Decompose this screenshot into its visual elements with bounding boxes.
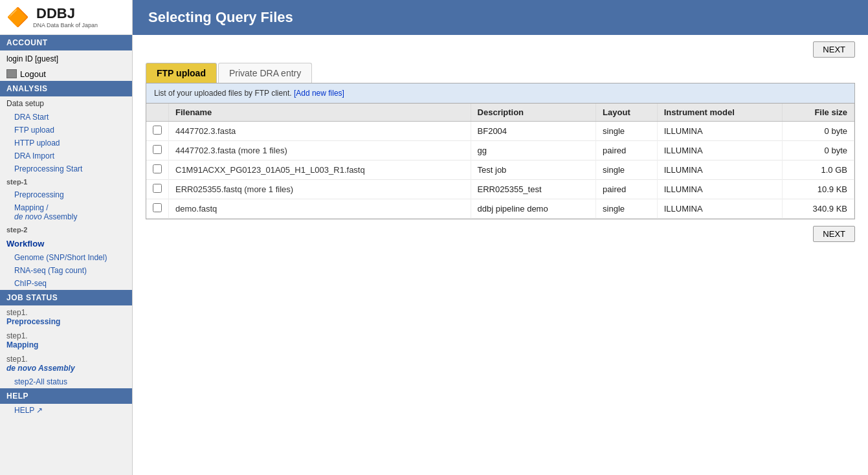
cell-instrument: ILLUMINA — [657, 180, 782, 199]
cell-instrument: ILLUMINA — [657, 141, 782, 160]
next-button-top-container: NEXT — [146, 41, 855, 58]
row-checkbox-cell[interactable] — [146, 122, 169, 141]
sidebar-item-http-upload[interactable]: HTTP upload — [0, 137, 132, 149]
row-checkbox[interactable] — [153, 145, 162, 154]
data-setup-label: Data setup — [0, 96, 132, 111]
job-status-step2[interactable]: step2-All status — [0, 375, 132, 388]
sidebar: 🔶 DDBJ DNA Data Bank of Japan ACCOUNT lo… — [0, 0, 133, 475]
analysis-section: ANALYSIS — [0, 81, 132, 96]
job-status-section: JOB STATUS — [0, 290, 132, 305]
col-instrument: Instrument model — [657, 104, 782, 122]
workflow-label: Workflow — [0, 236, 132, 251]
cell-description: ddbj pipeline demo — [471, 199, 596, 219]
col-checkbox — [146, 104, 169, 122]
cell-description: ERR025355_test — [471, 180, 596, 199]
next-button-bottom-container: NEXT — [146, 226, 855, 242]
cell-description: BF2004 — [471, 122, 596, 141]
job-preprocessing-label[interactable]: Preprocessing — [6, 317, 60, 326]
row-checkbox-cell[interactable] — [146, 141, 169, 160]
col-description: Description — [471, 104, 596, 122]
cell-instrument: ILLUMINA — [657, 199, 782, 219]
file-list-header-text: List of your uploaded files by FTP clien… — [154, 89, 292, 98]
cell-description: Test job — [471, 160, 596, 180]
account-section: ACCOUNT — [0, 35, 132, 50]
login-id: login ID [guest] — [0, 50, 132, 67]
cell-layout: single — [596, 160, 658, 180]
col-filesize: File size — [783, 104, 854, 122]
cell-filename: 4447702.3.fasta (more 1 files) — [169, 141, 471, 160]
main-content: Selecting Query Files NEXT FTP upload Pr… — [133, 0, 868, 475]
cell-filename: ERR025355.fastq (more 1 files) — [169, 180, 471, 199]
sidebar-item-ftp-upload[interactable]: FTP upload — [0, 124, 132, 137]
table-row: C1M91ACXX_PG0123_01A05_H1_L003_R1.fastqT… — [146, 160, 854, 180]
cell-filename: C1M91ACXX_PG0123_01A05_H1_L003_R1.fastq — [169, 160, 471, 180]
job-status-denovo: step1.de novo Assembly — [0, 352, 132, 375]
cell-filesize: 0 byte — [783, 141, 854, 160]
cell-instrument: ILLUMINA — [657, 160, 782, 180]
row-checkbox-cell[interactable] — [146, 180, 169, 199]
table-row: 4447702.3.fasta (more 1 files)ggpairedIL… — [146, 141, 854, 160]
row-checkbox[interactable] — [153, 164, 162, 173]
page-title: Selecting Query Files — [133, 0, 868, 35]
table-row: ERR025355.fastq (more 1 files)ERR025355_… — [146, 180, 854, 199]
sidebar-item-dra-start[interactable]: DRA Start — [0, 111, 132, 124]
logo-text: DDBJ — [36, 5, 98, 22]
table-row: demo.fastqddbj pipeline demosingleILLUMI… — [146, 199, 854, 219]
cell-filesize: 340.9 KB — [783, 199, 854, 219]
cell-instrument: ILLUMINA — [657, 122, 782, 141]
cell-filesize: 1.0 GB — [783, 160, 854, 180]
cell-description: gg — [471, 141, 596, 160]
table-header: Filename Description Layout Instrument m… — [146, 104, 854, 122]
cell-filename: demo.fastq — [169, 199, 471, 219]
sidebar-item-preprocessing[interactable]: Preprocessing — [0, 188, 132, 201]
job-denovo-label[interactable]: de novo Assembly — [6, 364, 75, 373]
step1-label: step-1 — [0, 175, 132, 188]
files-table: Filename Description Layout Instrument m… — [146, 104, 854, 219]
cell-layout: single — [596, 199, 658, 219]
sidebar-item-rna-seq[interactable]: RNA-seq (Tag count) — [0, 264, 132, 277]
file-list-container: List of your uploaded files by FTP clien… — [146, 83, 855, 219]
file-list-header: List of your uploaded files by FTP clien… — [146, 83, 854, 104]
cell-filesize: 0 byte — [783, 122, 854, 141]
row-checkbox[interactable] — [153, 184, 162, 193]
tab-ftp[interactable]: FTP upload — [146, 63, 217, 83]
logout-icon — [6, 69, 17, 78]
row-checkbox-cell[interactable] — [146, 160, 169, 180]
table-body: 4447702.3.fastaBF2004singleILLUMINA0 byt… — [146, 122, 854, 219]
cell-layout: paired — [596, 180, 658, 199]
sidebar-item-preprocessing-start[interactable]: Preprocessing Start — [0, 162, 132, 175]
next-button-bottom[interactable]: NEXT — [813, 226, 855, 242]
logo-area: 🔶 DDBJ DNA Data Bank of Japan — [0, 0, 132, 35]
sidebar-item-genome-snp[interactable]: Genome (SNP/Short Indel) — [0, 251, 132, 264]
sidebar-item-dra-import[interactable]: DRA Import — [0, 149, 132, 162]
sidebar-item-chip-seq[interactable]: ChIP-seq — [0, 277, 132, 290]
tabs-container: FTP upload Private DRA entry — [146, 63, 855, 83]
cell-filename: 4447702.3.fasta — [169, 122, 471, 141]
col-filename: Filename — [169, 104, 471, 122]
row-checkbox[interactable] — [153, 126, 162, 135]
next-button-top[interactable]: NEXT — [813, 41, 855, 58]
help-link[interactable]: HELP ↗ — [0, 404, 132, 417]
cell-layout: paired — [596, 141, 658, 160]
job-status-preprocessing: step1.Preprocessing — [0, 305, 132, 329]
row-checkbox[interactable] — [153, 203, 162, 212]
logo-icon: 🔶 — [6, 6, 29, 28]
content-area: NEXT FTP upload Private DRA entry List o… — [133, 41, 868, 242]
logout-label: Logout — [20, 69, 46, 79]
job-status-mapping: step1.Mapping — [0, 329, 132, 352]
col-layout: Layout — [596, 104, 658, 122]
step2-label: step-2 — [0, 223, 132, 236]
logout-button[interactable]: Logout — [0, 67, 132, 81]
cell-filesize: 10.9 KB — [783, 180, 854, 199]
sidebar-item-mapping-denovo[interactable]: Mapping /de novo Assembly — [0, 201, 132, 223]
tab-dra[interactable]: Private DRA entry — [218, 63, 312, 83]
job-mapping-label[interactable]: Mapping — [6, 340, 38, 349]
logo-subtext: DNA Data Bank of Japan — [33, 22, 98, 29]
table-row: 4447702.3.fastaBF2004singleILLUMINA0 byt… — [146, 122, 854, 141]
row-checkbox-cell[interactable] — [146, 199, 169, 219]
help-section: HELP — [0, 388, 132, 404]
add-new-files-link[interactable]: [Add new files] — [294, 89, 344, 98]
denovo-label: de novo — [14, 212, 42, 221]
cell-layout: single — [596, 122, 658, 141]
